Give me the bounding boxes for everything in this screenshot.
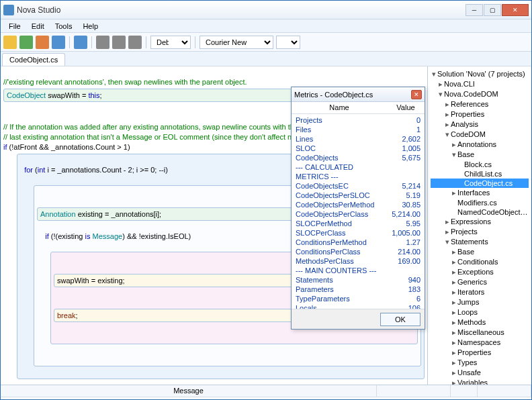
metric-row: ConditionsPerMethod1.27	[292, 238, 425, 247]
tree-item[interactable]: ▸Iterators	[431, 287, 529, 297]
tree-item[interactable]: ▸Miscellaneous	[431, 328, 529, 338]
config-select[interactable]: Debug - x86	[150, 36, 191, 49]
metric-row: Lines2,602	[292, 134, 425, 144]
tree-item[interactable]: ▸Namespaces	[431, 338, 529, 348]
metric-row: MethodsPerClass169.00	[292, 256, 425, 266]
toolbar-btn-5[interactable]	[74, 36, 87, 49]
tree-item[interactable]: ▸Interfaces	[431, 188, 529, 198]
metric-row: CodeObjectsPerMethod30.85	[292, 200, 425, 209]
tree-item[interactable]: Block.cs	[431, 160, 529, 169]
tree-item[interactable]: ▸Projects	[431, 227, 529, 237]
toolbar-btn-8[interactable]	[128, 36, 142, 49]
tree-item[interactable]: ▸Exceptions	[431, 267, 529, 277]
metric-row: CodeObjects5,675	[292, 153, 425, 162]
tree-item[interactable]: Modifiers.cs	[431, 198, 529, 207]
menu-tools[interactable]: Tools	[50, 21, 78, 32]
menubar: File Edit Tools Help	[1, 19, 531, 33]
toolbar-btn-2[interactable]	[19, 36, 33, 49]
tree-item[interactable]: ▾Statements	[431, 237, 529, 247]
metric-row: Files1	[292, 125, 425, 134]
tabstrip: CodeObject.cs	[1, 52, 531, 66]
col-value[interactable]: Value	[387, 102, 425, 113]
metric-row: SLOCPerClass1,005.00	[292, 228, 425, 238]
tree-item[interactable]: ▾Base	[431, 150, 529, 160]
size-select[interactable]: 13	[276, 36, 300, 49]
tree-item[interactable]: ▸Loops	[431, 307, 529, 317]
editor-tab[interactable]: CodeObject.cs	[2, 53, 65, 66]
metric-row: Statements940	[292, 275, 425, 285]
metric-row: Parameters183	[292, 285, 425, 294]
menu-file[interactable]: File	[3, 21, 26, 32]
ok-button[interactable]: OK	[380, 313, 420, 326]
menu-edit[interactable]: Edit	[26, 21, 50, 32]
tree-item[interactable]: CodeObject.cs	[431, 179, 529, 188]
tree-item[interactable]: ▸Conditionals	[431, 257, 529, 267]
metrics-close-button[interactable]: ✕	[411, 90, 422, 99]
tree-item[interactable]: ▸Generics	[431, 277, 529, 287]
tree-item[interactable]: ▸Jumps	[431, 297, 529, 307]
tree-item[interactable]: ▸Base	[431, 247, 529, 257]
tree-item[interactable]: ▸References	[431, 99, 529, 109]
toolbar-btn-4[interactable]	[52, 36, 65, 49]
tree-item[interactable]: ▾CodeDOM	[431, 130, 529, 140]
tree-item[interactable]: ▸Properties	[431, 109, 529, 119]
tree-item[interactable]: ▸Unsafe	[431, 368, 529, 378]
tree-item[interactable]: ChildList.cs	[431, 169, 529, 179]
maximize-button[interactable]: ▢	[484, 4, 501, 16]
col-message[interactable]: Message	[1, 385, 377, 397]
metric-row: Locals106	[292, 303, 425, 309]
toolbar-btn-1[interactable]	[3, 36, 17, 49]
metric-row: --- MAIN COUNTERS ---	[292, 266, 425, 275]
tree-item[interactable]: ▸Properties	[431, 348, 529, 358]
metric-row: TypeParameters6	[292, 294, 425, 303]
minimize-button[interactable]: ─	[466, 4, 483, 16]
tree-item[interactable]: ▾Nova.CodeDOM	[431, 89, 529, 99]
message-row[interactable]: ⚠TODO: Do error checking & highlighting …	[1, 397, 531, 400]
metric-row: CodeObjectsPerSLOC5.19	[292, 191, 425, 200]
metric-row: SLOC1,005	[292, 144, 425, 153]
metric-row: ConditionsPerClass214.00	[292, 247, 425, 256]
metric-row: CodeObjectsEC5,214	[292, 181, 425, 191]
col-name[interactable]: Name	[292, 102, 387, 113]
font-select[interactable]: Courier New	[200, 36, 273, 49]
tree-item[interactable]: ▾Solution 'Nova' (7 projects)	[431, 69, 529, 79]
titlebar: Nova Studio ─ ▢ ✕	[1, 1, 531, 19]
tree-item[interactable]: ▸Annotations	[431, 140, 529, 150]
toolbar: Debug - x86 Courier New 13	[1, 33, 531, 52]
metric-row: CodeObjectsPerClass5,214.00	[292, 209, 425, 219]
metrics-dialog: Metrics - CodeObject.cs ✕ Name Value Pro…	[291, 87, 425, 330]
close-button[interactable]: ✕	[502, 4, 529, 16]
tree-item[interactable]: ▸Nova.CLI	[431, 79, 529, 89]
toolbar-btn-6[interactable]	[96, 36, 109, 49]
metric-row: Projects0	[292, 115, 425, 125]
tree-item[interactable]: NamedCodeObjectDictionary.cs	[431, 207, 529, 217]
solution-explorer[interactable]: ▾Solution 'Nova' (7 projects)▸Nova.CLI▾N…	[427, 66, 531, 385]
menu-help[interactable]: Help	[77, 21, 103, 32]
window-title: Nova Studio	[17, 5, 466, 15]
messages-panel: Message ⚠TODO: Do error checking & highl…	[1, 385, 531, 400]
toolbar-btn-3[interactable]	[36, 36, 49, 49]
app-icon	[3, 5, 14, 15]
tree-item[interactable]: ▸Analysis	[431, 119, 529, 130]
tree-item[interactable]: ▸Expressions	[431, 217, 529, 227]
metrics-title: Metrics - CodeObject.cs	[294, 91, 373, 99]
metric-row: SLOCPerMethod5.95	[292, 219, 425, 228]
tree-item[interactable]: ▸Variables	[431, 378, 529, 385]
toolbar-btn-7[interactable]	[112, 36, 126, 49]
metric-row: --- CALCULATED METRICS ---	[292, 162, 425, 181]
tree-item[interactable]: ▸Types	[431, 358, 529, 368]
tree-item[interactable]: ▸Methods	[431, 317, 529, 328]
